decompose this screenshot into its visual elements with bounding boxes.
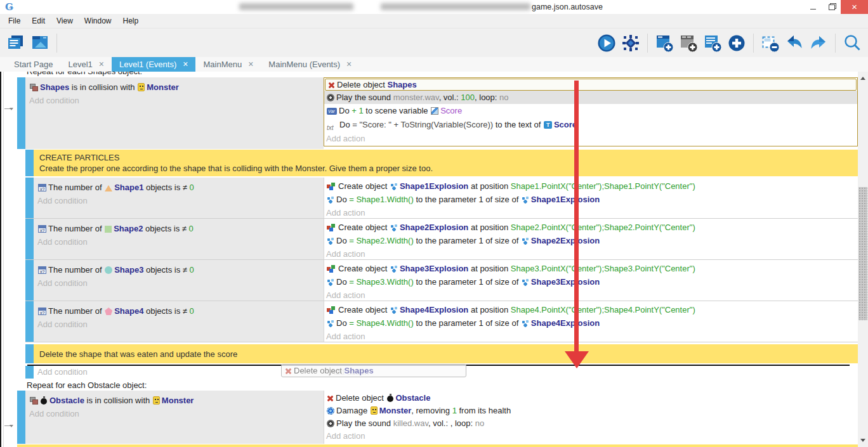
add-condition-link[interactable]: Add condition (34, 366, 324, 379)
add-action-link[interactable]: Add action (324, 206, 858, 219)
event-obstacle-collision[interactable]: Obstacle is in collision with Monster Ad… (17, 391, 858, 444)
shape-subevent[interactable]: The number of Shape4 objects is ≠ 0 Add … (25, 301, 858, 342)
add-action-link[interactable]: Add action (324, 247, 858, 261)
event-drag-bar[interactable] (17, 391, 25, 444)
conditions-panel[interactable]: The number of Shape4 objects is ≠ 0 Add … (34, 301, 324, 342)
action-row-selected[interactable]: Delete object Shapes (325, 79, 857, 91)
shape-subevent[interactable]: The number of Shape2 objects is ≠ 0 Add … (25, 219, 858, 260)
add-comment-button[interactable] (702, 32, 723, 55)
shape-subevent[interactable]: The number of Shape3 objects is ≠ 0 Add … (25, 260, 858, 301)
close-tab-icon[interactable] (183, 60, 188, 69)
action-row[interactable]: Do = "Score: " + ToString(Variable(Score… (324, 117, 857, 132)
action-row[interactable]: Do = Shape4.Width() to the parameter 1 o… (324, 316, 858, 330)
conditions-panel[interactable]: Shapes is in collision with Monster Add … (25, 77, 324, 149)
tab-start-page[interactable]: Start Page (6, 57, 60, 72)
add-condition-link[interactable]: Add condition (34, 194, 324, 207)
menu-edit[interactable]: Edit (26, 14, 51, 28)
add-action-link[interactable]: Add action (324, 132, 857, 145)
minimize-button[interactable] (804, 0, 822, 14)
repeat-shapes-header-clipped[interactable]: Repeat for each Shapes object: (17, 72, 858, 77)
add-subevent-button[interactable] (678, 32, 699, 55)
actions-panel[interactable]: Delete object Obstacle Damage Monster, r… (324, 391, 858, 444)
add-condition-link[interactable]: Add condition (25, 407, 324, 420)
event-drag-bar[interactable] (25, 260, 34, 301)
conditions-panel[interactable]: The number of Shape1 objects is ≠ 0 Add … (34, 178, 324, 218)
restore-button[interactable] (822, 0, 841, 14)
action-row[interactable]: Create object Shape2Explosion at positio… (324, 221, 858, 234)
tab-level1[interactable]: Level1 (60, 57, 112, 72)
close-tab-icon[interactable] (346, 60, 352, 69)
action-row[interactable]: Delete object Obstacle (324, 392, 858, 405)
comment-delete-shape[interactable]: Delete the shape that was eaten and upda… (25, 344, 858, 363)
action-row[interactable]: Do = Shape1.Width() to the parameter 1 o… (324, 193, 858, 206)
close-tab-icon[interactable] (248, 60, 253, 69)
event-shapes-collision[interactable]: Shapes is in collision with Monster Add … (17, 77, 858, 149)
actions-panel[interactable]: Create object Shape2Explosion at positio… (324, 219, 858, 259)
action-row[interactable]: Do = Shape3.Width() to the parameter 1 o… (324, 275, 858, 288)
action-row[interactable]: Damage Monster, removing 1 from its heal… (324, 405, 858, 417)
debug-button[interactable] (620, 32, 641, 55)
vertical-scrollbar[interactable] (858, 72, 868, 447)
close-tab-icon[interactable] (99, 60, 104, 69)
action-row[interactable]: Do + 1 to scene variable Score (324, 104, 857, 117)
add-condition-link[interactable]: Add condition (34, 276, 324, 290)
action-row[interactable]: Create object Shape4Explosion at positio… (324, 303, 858, 316)
condition-row[interactable]: The number of Shape1 objects is ≠ 0 (34, 181, 324, 194)
events-sheet[interactable]: Repeat for each Shapes object: Shapes is… (0, 72, 868, 447)
delete-selection-button[interactable] (760, 32, 781, 55)
redo-button[interactable] (808, 32, 829, 55)
comment-body[interactable]: CREATE PARTICLES Create the proper one a… (34, 150, 858, 176)
condition-row[interactable]: Shapes is in collision with Monster (25, 81, 324, 94)
condition-row[interactable]: Obstacle is in collision with Monster (25, 394, 324, 407)
menu-help[interactable]: Help (117, 14, 145, 28)
undo-button[interactable] (784, 32, 805, 55)
action-row[interactable]: Create object Shape1Explosion at positio… (324, 179, 858, 193)
event-drag-bar[interactable] (25, 366, 34, 379)
action-row[interactable]: Do = Shape2.Width() to the parameter 1 o… (324, 234, 858, 247)
repeat-obstacle-header[interactable]: Repeat for each Obstacle object: (17, 380, 858, 391)
tab-mainmenu-events[interactable]: MainMenu (Events) (261, 57, 359, 72)
add-other-event-button[interactable] (726, 32, 747, 55)
menu-file[interactable]: File (3, 14, 26, 28)
actions-panel[interactable]: Create object Shape4Explosion at positio… (324, 301, 858, 342)
tab-mainmenu[interactable]: MainMenu (195, 57, 261, 72)
add-action-link[interactable]: Add action (324, 330, 858, 343)
conditions-panel[interactable]: Obstacle is in collision with Monster Ad… (25, 391, 324, 444)
search-button[interactable] (841, 32, 863, 55)
add-action-link[interactable]: Add action (324, 430, 858, 443)
drag-ghost-delete-shapes[interactable]: Delete object Shapes (281, 364, 466, 377)
comment-body[interactable]: Delete the shape that was eaten and upda… (34, 344, 858, 363)
tree-collapse-toggle[interactable] (4, 425, 12, 426)
add-event-button[interactable] (654, 32, 675, 55)
close-button[interactable] (841, 0, 868, 14)
action-row[interactable]: Play the sound monster.wav, vol.: 100, l… (324, 91, 857, 104)
scroll-up-icon[interactable] (860, 77, 865, 80)
actions-panel-selected[interactable]: Delete object Shapes Play the sound mons… (324, 77, 858, 146)
shape-subevent[interactable]: The number of Shape1 objects is ≠ 0 Add … (25, 178, 858, 219)
add-condition-link[interactable]: Add condition (25, 94, 324, 107)
add-condition-link[interactable]: Add condition (34, 235, 324, 249)
event-drag-bar[interactable] (25, 178, 34, 218)
scroll-down-icon[interactable] (860, 439, 865, 442)
event-drag-bar[interactable] (17, 77, 25, 149)
conditions-panel[interactable]: The number of Shape3 objects is ≠ 0 Add … (34, 260, 324, 301)
tree-collapse-toggle[interactable] (4, 108, 12, 109)
event-drag-bar[interactable] (25, 301, 34, 342)
menu-window[interactable]: Window (79, 14, 117, 28)
condition-row[interactable]: The number of Shape2 objects is ≠ 0 (34, 222, 324, 235)
comment-create-particles[interactable]: CREATE PARTICLES Create the proper one a… (25, 150, 858, 176)
tab-level1-events[interactable]: Level1 (Events) (112, 57, 196, 72)
actions-panel[interactable]: Create object Shape1Explosion at positio… (324, 178, 858, 218)
project-manager-button[interactable] (5, 32, 27, 55)
condition-row[interactable]: The number of Shape4 objects is ≠ 0 (34, 304, 324, 318)
scrollbar-thumb[interactable] (858, 187, 867, 320)
actions-panel[interactable]: Create object Shape3Explosion at positio… (324, 260, 858, 301)
event-drag-bar[interactable] (25, 219, 34, 259)
preview-play-button[interactable] (596, 32, 617, 55)
condition-row[interactable]: The number of Shape3 objects is ≠ 0 (34, 263, 324, 276)
add-condition-link[interactable]: Add condition (34, 318, 324, 331)
add-action-link[interactable]: Add action (324, 288, 858, 302)
event-drag-bar[interactable] (25, 150, 34, 176)
conditions-panel[interactable]: The number of Shape2 objects is ≠ 0 Add … (34, 219, 324, 259)
action-row[interactable]: Play the sound killed.wav, vol.: , loop:… (324, 417, 858, 430)
